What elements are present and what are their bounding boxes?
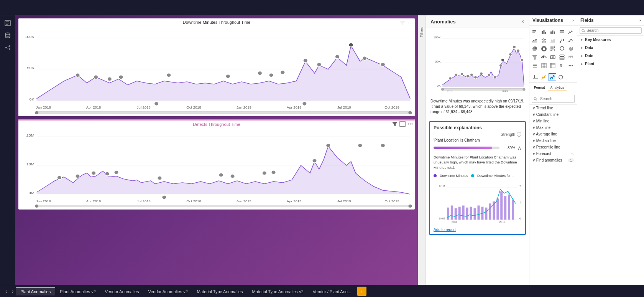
stacked-column-icon[interactable] — [549, 28, 557, 36]
analytics-search-input[interactable] — [539, 96, 573, 102]
svg-rect-147 — [554, 32, 555, 34]
table-icon[interactable] — [540, 62, 548, 69]
matrix-icon[interactable] — [549, 62, 557, 69]
canvas-bottom — [15, 211, 418, 285]
tab-material-type-anomalies-v2[interactable]: Material Type Anomalies v2 — [247, 287, 308, 295]
svg-point-162 — [543, 48, 545, 50]
kpi-icon[interactable]: KPI — [567, 53, 575, 61]
exp-percent: 89% — [502, 146, 515, 150]
svg-point-91 — [455, 73, 458, 76]
waterfall-icon[interactable] — [558, 36, 566, 44]
percentile-line-item[interactable]: ∨ Percentile line — [529, 144, 577, 150]
median-line-item[interactable]: ∨ Median line — [529, 137, 577, 144]
tab-plant-anomalies-v2[interactable]: Plant Anomalies v2 — [55, 287, 100, 295]
area-chart-icon[interactable] — [531, 36, 539, 44]
svg-rect-129 — [489, 203, 491, 219]
chart-filter-icon[interactable] — [392, 121, 398, 127]
tab-material-type-anomalies[interactable]: Material Type Anomalies — [192, 287, 248, 295]
drillthrough-icon[interactable] — [557, 73, 565, 81]
svg-point-58 — [57, 176, 62, 180]
stacked-bar-icon[interactable] — [531, 28, 539, 36]
min-line-item[interactable]: ∨ Min line — [529, 118, 577, 124]
data-icon[interactable] — [3, 31, 12, 40]
average-line-item[interactable]: ∨ Average line — [529, 131, 577, 137]
add-to-report-link[interactable]: Add to report — [430, 225, 525, 234]
svg-text:42: 42 — [552, 56, 554, 58]
explanations-box: Possible explanations Strength i 'Plant … — [429, 121, 526, 235]
svg-point-61 — [105, 172, 110, 176]
treemap-icon[interactable] — [549, 45, 557, 53]
viz-collapse-button[interactable]: › — [572, 18, 574, 23]
tab-plant-anomalies[interactable]: Plant Anomalies — [16, 287, 55, 295]
svg-rect-128 — [485, 208, 487, 220]
svg-point-67 — [271, 170, 276, 174]
r-visual-icon[interactable]: R — [558, 62, 566, 69]
multi-row-card-icon[interactable] — [558, 53, 566, 61]
top-bar — [0, 0, 644, 15]
report-icon[interactable] — [3, 18, 12, 28]
svg-point-110 — [522, 88, 525, 91]
slicer-icon[interactable] — [531, 62, 539, 69]
scatter-chart-icon[interactable] — [567, 36, 575, 44]
chart-more-icon[interactable] — [407, 121, 413, 127]
line-chart-icon[interactable] — [567, 28, 575, 36]
fields-search-input[interactable] — [586, 28, 640, 33]
line-stacked-col-icon[interactable] — [540, 36, 548, 44]
tab-analytics[interactable]: Analytics — [548, 84, 567, 91]
format-paint-icon[interactable] — [532, 73, 539, 81]
svg-text:100K: 100K — [25, 35, 34, 38]
fields-collapse-button[interactable]: › — [639, 18, 641, 23]
anomalies-close-button[interactable]: × — [521, 18, 524, 25]
column-chart-icon[interactable] — [540, 28, 548, 36]
tab-prev-button[interactable]: ‹ — [3, 288, 10, 294]
svg-point-160 — [570, 40, 571, 41]
trend-line-item[interactable]: ∨ Trend line — [529, 105, 577, 111]
map-icon[interactable] — [558, 45, 566, 53]
filled-map-icon[interactable] — [567, 45, 575, 53]
svg-text:10M: 10M — [26, 162, 34, 166]
funnel-icon[interactable] — [531, 53, 539, 61]
analytics-icon[interactable] — [540, 73, 548, 81]
svg-rect-118 — [447, 208, 449, 220]
gauge-icon[interactable] — [540, 53, 548, 61]
more-visuals-icon[interactable] — [567, 62, 575, 69]
svg-point-31 — [154, 102, 159, 106]
svg-text:0K: 0K — [30, 97, 34, 101]
svg-rect-178 — [542, 63, 546, 68]
svg-rect-81 — [37, 205, 411, 207]
svg-point-104 — [521, 58, 524, 61]
tab-next-button[interactable]: › — [10, 288, 16, 294]
data-fields-icon[interactable] — [549, 73, 556, 81]
filter-label: Filters — [420, 27, 424, 37]
svg-rect-122 — [462, 205, 465, 219]
find-anomalies-item[interactable]: ∨ Find anomalies 1 — [529, 157, 577, 163]
svg-rect-140 — [542, 31, 543, 34]
max-line-item[interactable]: ∨ Max line — [529, 124, 577, 131]
100-stacked-bar-icon[interactable] — [558, 28, 566, 36]
model-icon[interactable] — [3, 43, 12, 52]
tab-format[interactable]: Format — [532, 84, 547, 91]
tab-vendor-anomalies-v2[interactable]: Vendor Anomalies v2 — [143, 287, 192, 295]
svg-text:50K: 50K — [435, 60, 441, 63]
exp-bar — [434, 147, 499, 149]
card-icon[interactable]: 42 — [549, 53, 557, 61]
svg-point-97 — [488, 73, 491, 76]
svg-rect-146 — [552, 30, 554, 31]
svg-rect-155 — [561, 40, 562, 41]
add-tab-button[interactable]: + — [357, 287, 366, 296]
constant-line-item[interactable]: ∨ Constant line — [529, 111, 577, 118]
tab-vendor-plant-ano[interactable]: Vendor / Plant Ano... — [308, 287, 356, 295]
ribbon-chart-icon[interactable] — [549, 36, 557, 44]
tab-vendor-anomalies[interactable]: Vendor Anomalies — [100, 287, 144, 295]
forecast-item[interactable]: ∨ Forecast ⚠ — [529, 150, 577, 157]
chart-expand-icon[interactable] — [399, 121, 406, 127]
svg-text:100K: 100K — [433, 36, 441, 39]
svg-point-188 — [570, 65, 572, 66]
fields-search-icon — [582, 29, 585, 33]
exp-collapse-icon[interactable]: ∧ — [518, 145, 521, 151]
pie-chart-icon[interactable] — [531, 45, 539, 53]
svg-point-27 — [335, 55, 340, 59]
donut-chart-icon[interactable] — [540, 45, 548, 53]
svg-point-82 — [35, 205, 39, 208]
svg-rect-7 — [9, 48, 10, 50]
